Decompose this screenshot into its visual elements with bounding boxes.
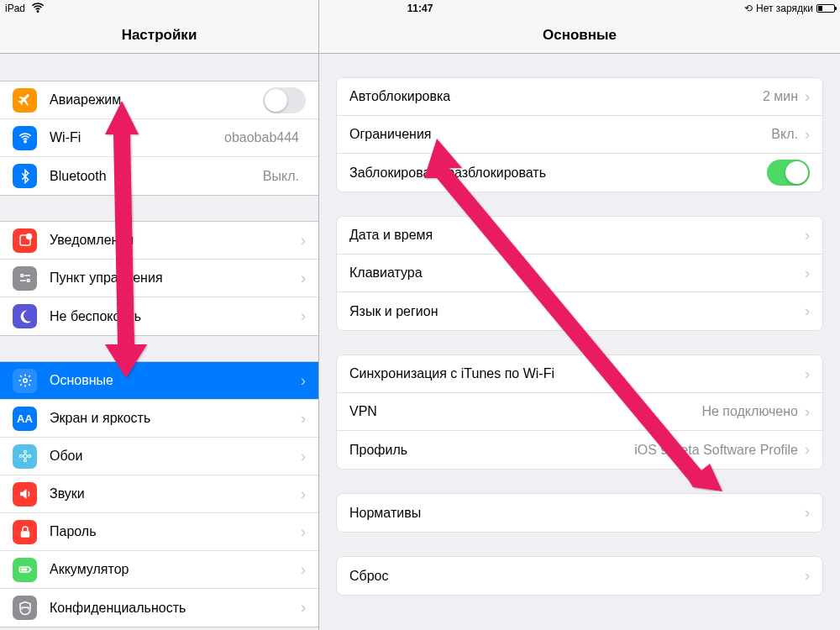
row-detail: 2 мин	[763, 89, 798, 104]
display-icon: AA	[13, 407, 37, 431]
row-detail: iOS 9 Beta Software Profile	[634, 443, 798, 458]
row-сброс[interactable]: Сброс›	[337, 557, 822, 595]
row-label: Обои	[50, 449, 82, 464]
row-основные[interactable]: Основные›	[0, 362, 318, 400]
row-пункт-управления[interactable]: Пункт управления›	[0, 260, 318, 297]
row-label: Клавиатура	[349, 265, 423, 281]
chevron-icon: ›	[301, 523, 306, 541]
row-label: Конфиденциальность	[50, 601, 186, 616]
row-пароль[interactable]: Пароль›	[0, 513, 318, 551]
row-detail: Выкл.	[263, 169, 299, 184]
bluetooth-icon	[13, 164, 37, 188]
row-заблокировать-разблокировать[interactable]: Заблокировать/разблокировать	[337, 154, 822, 192]
row-detail: Не подключено	[701, 404, 798, 419]
chevron-icon: ›	[301, 372, 306, 390]
row-клавиатура[interactable]: Клавиатура›	[337, 255, 822, 292]
row-label: Автоблокировка	[349, 89, 450, 104]
row-label: Профиль	[349, 443, 407, 458]
row-vpn[interactable]: VPNНе подключено›	[337, 393, 822, 431]
row-звуки[interactable]: Звуки›	[0, 475, 318, 513]
chevron-icon: ›	[805, 504, 810, 522]
sidebar-title: Настройки	[122, 27, 197, 44]
row-экран-и-яркость[interactable]: AAЭкран и яркость›	[0, 400, 318, 438]
svg-point-12	[19, 455, 22, 458]
toggle-switch[interactable]	[767, 160, 810, 186]
svg-rect-16	[30, 569, 32, 571]
row-label: Нормативы	[349, 506, 421, 521]
orientation-lock-icon: ⟲	[744, 3, 753, 14]
battery-icon	[13, 558, 37, 582]
settings-group: АвиарежимWi-Fiobaobab444BluetoothВыкл.	[0, 81, 318, 196]
svg-point-1	[24, 140, 25, 142]
chevron-icon: ›	[805, 365, 810, 383]
row-авиарежим[interactable]: Авиарежим	[0, 81, 318, 119]
sounds-icon	[13, 482, 37, 507]
row-label: Пароль	[50, 524, 97, 539]
row-дата-и-время[interactable]: Дата и время›	[337, 217, 822, 255]
row-label: Ограничения	[349, 127, 432, 142]
settings-group: Нормативы›	[336, 493, 823, 533]
row-ограничения[interactable]: ОграниченияВкл.›	[337, 116, 822, 154]
row-bluetooth[interactable]: BluetoothВыкл.	[0, 157, 318, 195]
detail-title: Основные	[543, 27, 617, 44]
clock: 11:47	[407, 3, 433, 14]
row-не-беспокоить[interactable]: Не беспокоить›	[0, 297, 318, 335]
dnd-icon	[13, 304, 37, 328]
row-detail: obaobab444	[224, 130, 299, 145]
row-label: Синхронизация с iTunes по Wi-Fi	[349, 366, 554, 381]
row-label: Основные	[50, 373, 113, 388]
row-label: Аккумулятор	[50, 562, 129, 577]
sidebar-scroll[interactable]: АвиарежимWi-Fiobaobab444BluetoothВыкл.Ув…	[0, 54, 318, 630]
row-label: Язык и регион	[349, 304, 438, 319]
row-detail: Вкл.	[771, 127, 798, 142]
svg-point-4	[20, 275, 23, 277]
wifi-icon	[13, 126, 37, 150]
toggle-switch[interactable]	[263, 87, 306, 113]
device-label: iPad	[5, 3, 25, 14]
row-label: Дата и время	[349, 228, 433, 243]
svg-point-10	[24, 450, 26, 453]
settings-group: Дата и время›Клавиатура›Язык и регион›	[336, 216, 823, 331]
detail-scroll[interactable]: Автоблокировка2 мин›ОграниченияВкл.›Забл…	[319, 54, 840, 630]
row-label: Сброс	[349, 569, 389, 584]
chevron-icon: ›	[301, 307, 306, 325]
settings-group: Автоблокировка2 мин›ОграниченияВкл.›Забл…	[336, 77, 823, 192]
row-wi-fi[interactable]: Wi-Fiobaobab444	[0, 119, 318, 157]
row-конфиденциальность[interactable]: Конфиденциальность›	[0, 589, 318, 627]
row-label: Wi-Fi	[50, 130, 81, 145]
status-bar: iPad 11:47 ⟲ Нет зарядки	[0, 0, 840, 17]
battery-icon	[816, 4, 835, 13]
svg-point-6	[27, 280, 29, 282]
control-icon	[13, 266, 37, 291]
row-аккумулятор[interactable]: Аккумулятор›	[0, 551, 318, 589]
row-язык-и-регион[interactable]: Язык и регион›	[337, 292, 822, 330]
row-уведомления[interactable]: Уведомления›	[0, 222, 318, 260]
passcode-icon	[13, 520, 37, 544]
settings-group: Сброс›	[336, 556, 823, 596]
svg-point-11	[24, 459, 26, 462]
chevron-icon: ›	[301, 232, 306, 249]
row-профиль[interactable]: ПрофильiOS 9 Beta Software Profile›	[337, 431, 822, 469]
row-обои[interactable]: Обои›	[0, 438, 318, 475]
row-label: Звуки	[50, 486, 85, 501]
chevron-icon: ›	[805, 126, 810, 144]
row-синхронизация-с-itunes-по-wi-fi[interactable]: Синхронизация с iTunes по Wi-Fi›	[337, 355, 822, 393]
chevron-icon: ›	[301, 561, 306, 579]
chevron-icon: ›	[805, 302, 810, 320]
chevron-icon: ›	[301, 599, 306, 617]
row-нормативы[interactable]: Нормативы›	[337, 494, 822, 532]
row-label: VPN	[349, 404, 377, 419]
settings-group: Основные›AAЭкран и яркость›Обои›Звуки›Па…	[0, 361, 318, 627]
row-автоблокировка[interactable]: Автоблокировка2 мин›	[337, 78, 822, 116]
svg-rect-17	[20, 569, 27, 571]
general-icon	[13, 369, 37, 393]
chevron-icon: ›	[805, 403, 810, 421]
row-label: Bluetooth	[50, 169, 107, 184]
row-label: Авиарежим	[50, 92, 121, 108]
svg-rect-14	[20, 531, 29, 538]
chevron-icon: ›	[301, 448, 306, 465]
detail-pane: Основные Автоблокировка2 мин›Ограничения…	[319, 0, 840, 630]
settings-group: Уведомления›Пункт управления›Не беспокои…	[0, 221, 318, 336]
chevron-icon: ›	[805, 265, 810, 282]
wifi-icon	[30, 0, 45, 18]
